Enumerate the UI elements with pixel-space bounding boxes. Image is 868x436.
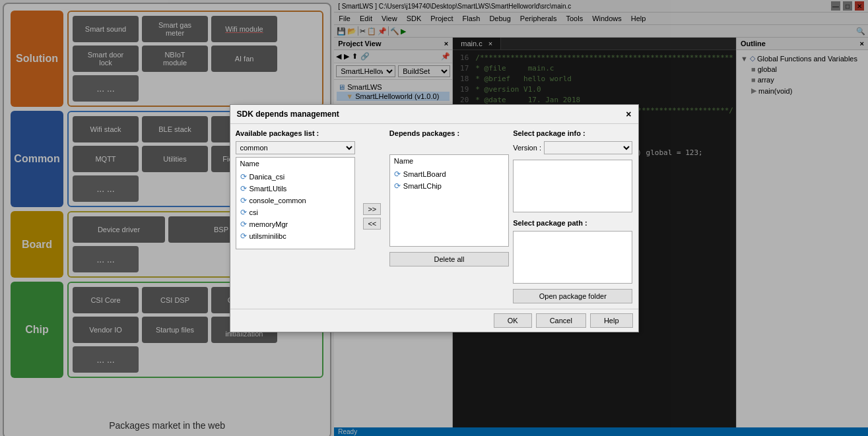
dep-name-chip: SmartLChip (403, 182, 442, 190)
pkg-console-common[interactable]: ⟳ console_common (236, 195, 354, 206)
dialog-body: Available packages list : common Name ⟳ … (230, 124, 638, 309)
arrow-buttons: >> << (359, 129, 385, 303)
dialog-footer: OK Cancel Help (230, 309, 638, 332)
name-header-depends: Name (390, 155, 508, 167)
available-packages-col: Available packages list : common Name ⟳ … (236, 129, 355, 303)
version-row: Version : (513, 141, 632, 154)
available-label: Available packages list : (236, 129, 355, 137)
dialog-title-text: SDK depends management (237, 109, 339, 119)
version-select[interactable] (544, 141, 633, 154)
available-list: Name ⟳ Danica_csi ⟳ SmartLUtils ⟳ consol… (236, 157, 355, 249)
depends-list: Name ⟳ SmartLBoard ⟳ SmartLChip (389, 154, 509, 247)
pkg-smartlutils[interactable]: ⟳ SmartLUtils (236, 183, 354, 195)
remove-dependency-button[interactable]: << (363, 218, 381, 230)
dialog-close-button[interactable]: × (626, 109, 631, 119)
open-folder-button[interactable]: Open package folder (513, 289, 632, 303)
pkg-icon-csi: ⟳ (240, 208, 247, 217)
pkg-icon-danica: ⟳ (240, 172, 247, 181)
pkg-name-danica: Danica_csi (250, 173, 285, 181)
pkg-icon-console: ⟳ (240, 196, 247, 205)
pkg-name-csi: csi (250, 208, 258, 216)
package-info-textarea[interactable] (513, 160, 632, 212)
package-path-textarea[interactable] (513, 231, 632, 284)
pkg-name-memory: memoryMgr (250, 220, 288, 228)
version-label: Version : (513, 144, 541, 152)
pkg-memorymgr[interactable]: ⟳ memoryMgr (236, 218, 354, 230)
dep-icon-chip: ⟳ (394, 181, 401, 191)
sdk-dialog-overlay: SDK depends management × Available packa… (0, 0, 868, 436)
ok-button[interactable]: OK (494, 313, 532, 328)
dep-smartlchip[interactable]: ⟳ SmartLChip (390, 180, 508, 192)
dep-name-board: SmartLBoard (403, 170, 446, 178)
pkg-csi[interactable]: ⟳ csi (236, 206, 354, 218)
pkg-icon-utils: ⟳ (240, 232, 247, 241)
pkg-utilsmini[interactable]: ⟳ utilsminilibc (236, 230, 354, 242)
dep-smartlboard[interactable]: ⟳ SmartLBoard (390, 168, 508, 180)
pkg-name-smartlutils: SmartLUtils (250, 185, 287, 193)
cancel-button[interactable]: Cancel (536, 313, 586, 328)
dialog-title-bar: SDK depends management × (230, 105, 638, 124)
dep-icon-board: ⟳ (394, 170, 401, 179)
name-header-available: Name (236, 158, 354, 170)
pkg-name-utils: utilsminilibc (250, 232, 286, 240)
package-info-col: Select package info : Version : Select p… (513, 129, 632, 303)
depends-label: Depends packages : (389, 129, 509, 137)
help-button[interactable]: Help (590, 313, 633, 328)
package-category-select[interactable]: common (236, 141, 355, 154)
pkg-icon-memory: ⟳ (240, 220, 247, 229)
add-dependency-button[interactable]: >> (363, 203, 381, 215)
select-path-label: Select package path : (513, 219, 632, 227)
pkg-name-console: console_common (250, 197, 306, 204)
pkg-icon-smartlutils: ⟳ (240, 184, 247, 193)
delete-all-button[interactable]: Delete all (389, 252, 509, 266)
sdk-dialog: SDK depends management × Available packa… (230, 104, 639, 332)
select-info-label: Select package info : (513, 129, 632, 137)
pkg-danica-csi[interactable]: ⟳ Danica_csi (236, 171, 354, 183)
depends-packages-col: Depends packages : Name ⟳ SmartLBoard ⟳ … (389, 129, 509, 303)
